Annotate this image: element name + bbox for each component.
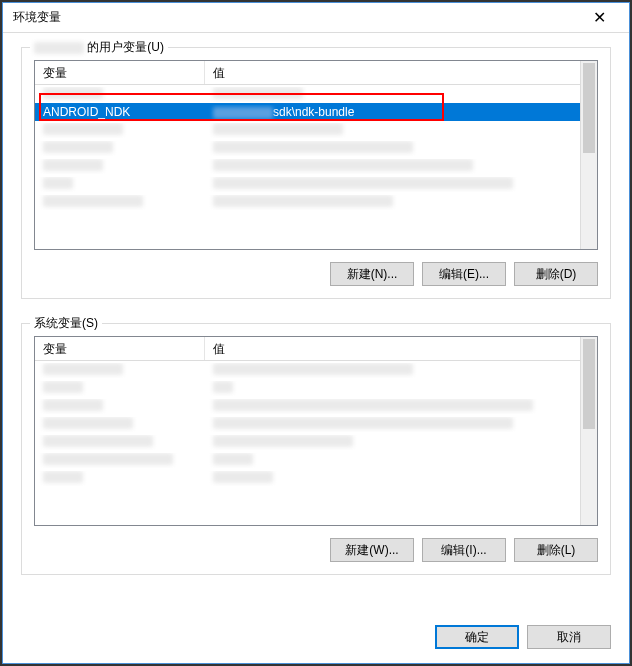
redacted bbox=[213, 399, 533, 411]
scroll-thumb[interactable] bbox=[583, 339, 595, 429]
redacted bbox=[43, 417, 133, 429]
close-button[interactable]: ✕ bbox=[579, 3, 619, 33]
vertical-scrollbar[interactable] bbox=[580, 61, 597, 249]
redacted bbox=[43, 159, 103, 171]
table-row[interactable] bbox=[35, 157, 597, 175]
ok-button[interactable]: 确定 bbox=[435, 625, 519, 649]
edit-user-var-button[interactable]: 编辑(E)... bbox=[422, 262, 506, 286]
redacted bbox=[43, 399, 103, 411]
cell-value: sdk\ndk-bundle bbox=[205, 105, 597, 119]
delete-system-var-button[interactable]: 删除(L) bbox=[514, 538, 598, 562]
system-variables-table[interactable]: 变量 值 bbox=[34, 336, 598, 526]
column-value[interactable]: 值 bbox=[205, 337, 597, 360]
content-area: 的用户变量(U) 变量 值 ANDROID_NDK sdk\ndk-bundle bbox=[3, 33, 629, 613]
redacted bbox=[43, 195, 143, 207]
edit-system-var-button[interactable]: 编辑(I)... bbox=[422, 538, 506, 562]
redacted bbox=[213, 381, 233, 393]
delete-user-var-button[interactable]: 删除(D) bbox=[514, 262, 598, 286]
system-variables-group: 系统变量(S) 变量 值 bbox=[21, 323, 611, 575]
redacted bbox=[43, 177, 73, 189]
redacted bbox=[213, 87, 303, 99]
cell-variable: ANDROID_NDK bbox=[35, 105, 205, 119]
environment-variables-dialog: 环境变量 ✕ 的用户变量(U) 变量 值 bbox=[2, 2, 630, 664]
redacted bbox=[43, 381, 83, 393]
redacted bbox=[213, 107, 273, 119]
table-row[interactable] bbox=[35, 451, 597, 469]
redacted bbox=[213, 417, 513, 429]
table-row[interactable] bbox=[35, 415, 597, 433]
user-group-label: 的用户变量(U) bbox=[30, 39, 168, 56]
table-row[interactable] bbox=[35, 469, 597, 487]
cancel-button[interactable]: 取消 bbox=[527, 625, 611, 649]
redacted bbox=[213, 453, 253, 465]
window-title: 环境变量 bbox=[13, 9, 579, 26]
redacted bbox=[43, 87, 103, 99]
column-value[interactable]: 值 bbox=[205, 61, 597, 84]
table-row[interactable] bbox=[35, 361, 597, 379]
table-header: 变量 值 bbox=[35, 337, 597, 361]
scroll-thumb[interactable] bbox=[583, 63, 595, 153]
system-group-label: 系统变量(S) bbox=[30, 315, 102, 332]
user-variables-group: 的用户变量(U) 变量 值 ANDROID_NDK sdk\ndk-bundle bbox=[21, 47, 611, 299]
redacted bbox=[43, 471, 83, 483]
user-variables-table[interactable]: 变量 值 ANDROID_NDK sdk\ndk-bundle bbox=[34, 60, 598, 250]
system-button-row: 新建(W)... 编辑(I)... 删除(L) bbox=[34, 538, 598, 562]
new-system-var-button[interactable]: 新建(W)... bbox=[330, 538, 414, 562]
redacted bbox=[213, 435, 353, 447]
table-row[interactable] bbox=[35, 193, 597, 211]
table-body: ANDROID_NDK sdk\ndk-bundle bbox=[35, 85, 597, 211]
new-user-var-button[interactable]: 新建(N)... bbox=[330, 262, 414, 286]
table-row[interactable] bbox=[35, 397, 597, 415]
table-row-selected[interactable]: ANDROID_NDK sdk\ndk-bundle bbox=[35, 103, 597, 121]
redacted bbox=[43, 363, 123, 375]
redacted bbox=[213, 159, 473, 171]
redacted bbox=[43, 123, 123, 135]
table-body bbox=[35, 361, 597, 487]
redacted bbox=[43, 435, 153, 447]
redacted bbox=[213, 471, 273, 483]
user-button-row: 新建(N)... 编辑(E)... 删除(D) bbox=[34, 262, 598, 286]
titlebar[interactable]: 环境变量 ✕ bbox=[3, 3, 629, 33]
table-row[interactable] bbox=[35, 85, 597, 103]
redacted bbox=[43, 453, 173, 465]
redacted bbox=[43, 141, 113, 153]
table-row[interactable] bbox=[35, 379, 597, 397]
redacted-username bbox=[34, 42, 84, 54]
redacted bbox=[213, 177, 513, 189]
table-header: 变量 值 bbox=[35, 61, 597, 85]
redacted bbox=[213, 195, 393, 207]
user-group-label-suffix: 的用户变量(U) bbox=[87, 40, 164, 54]
redacted bbox=[213, 123, 343, 135]
redacted bbox=[213, 141, 413, 153]
table-row[interactable] bbox=[35, 139, 597, 157]
column-variable[interactable]: 变量 bbox=[35, 61, 205, 84]
vertical-scrollbar[interactable] bbox=[580, 337, 597, 525]
column-variable[interactable]: 变量 bbox=[35, 337, 205, 360]
table-row[interactable] bbox=[35, 121, 597, 139]
dialog-footer: 确定 取消 bbox=[435, 625, 611, 649]
table-row[interactable] bbox=[35, 175, 597, 193]
redacted bbox=[213, 363, 413, 375]
table-row[interactable] bbox=[35, 433, 597, 451]
